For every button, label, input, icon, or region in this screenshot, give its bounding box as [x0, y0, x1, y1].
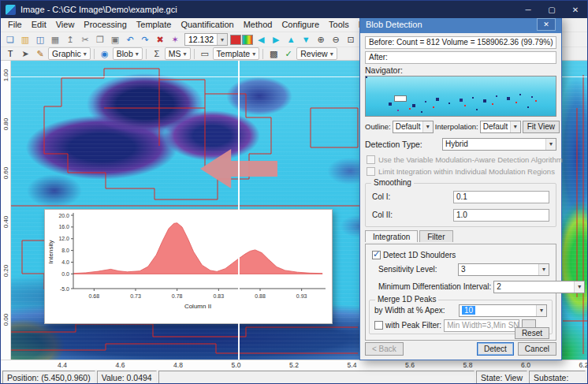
zoom-level-combo[interactable]: 12.132 ▾: [184, 33, 228, 46]
menu-view[interactable]: View: [51, 18, 80, 32]
outline-select[interactable]: Default▾: [393, 121, 434, 133]
template-tool-icon[interactable]: ▭: [198, 47, 212, 60]
navigator-cursor-box: [394, 95, 407, 102]
next-arrow-icon[interactable]: ▶: [269, 33, 283, 46]
detection-type-select[interactable]: Hybrid▾: [442, 138, 556, 151]
print-icon[interactable]: ▦: [48, 33, 62, 46]
chevron-down-icon: ▾: [84, 50, 87, 58]
back-button[interactable]: < Back: [365, 342, 404, 356]
x-axis-tick: 5.8: [460, 361, 476, 369]
x-axis-tick: 5.0: [229, 361, 244, 369]
limit-integration-label: Limit Integration within Individual Modu…: [378, 167, 555, 176]
menu-configure[interactable]: Configure: [277, 18, 324, 32]
new-icon[interactable]: ❏: [3, 33, 17, 46]
limit-integration-checkbox[interactable]: [367, 167, 375, 176]
svg-text:12.0: 12.0: [58, 236, 69, 241]
blob-tool-icon[interactable]: ◉: [98, 47, 112, 60]
graphic-dropdown[interactable]: Graphic▾: [48, 47, 91, 60]
pointer-tool-icon[interactable]: ➤: [18, 47, 32, 60]
up-arrow-icon[interactable]: ▲: [284, 33, 298, 46]
down-arrow-icon[interactable]: ▼: [299, 33, 313, 46]
cancel-button[interactable]: Cancel: [518, 342, 556, 356]
y-axis-tick: 0.40: [2, 214, 9, 231]
chevron-down-icon: ▾: [536, 305, 546, 316]
inset-1d-chromatogram-chart: -5.00.04.08.012.016.020.00.680.730.780.8…: [45, 210, 333, 323]
detect-shoulders-checkbox[interactable]: [372, 251, 381, 259]
review-dropdown[interactable]: Review▾: [296, 47, 337, 60]
fit-view-button[interactable]: Fit View: [523, 121, 560, 133]
graphic-tool-icon[interactable]: ✎: [33, 47, 47, 60]
app-icon: [6, 5, 16, 15]
col2-label: Col II:: [372, 211, 393, 219]
minimize-button[interactable]: ─: [516, 1, 540, 18]
menu-quantification[interactable]: Quantification: [176, 18, 238, 32]
zoom-in-icon[interactable]: ⊕: [314, 33, 328, 46]
close-button[interactable]: ✕: [564, 1, 587, 18]
prev-arrow-icon[interactable]: ◀: [254, 33, 268, 46]
modulation-aware-checkbox[interactable]: [367, 155, 375, 164]
detect-button[interactable]: Detect: [477, 342, 514, 356]
cut-icon[interactable]: ✂: [78, 33, 92, 46]
reset-button[interactable]: Reset: [515, 327, 549, 339]
paste-icon[interactable]: ▣: [108, 33, 122, 46]
titlebar[interactable]: Image - C:\GC Image\Demo\example.gci ─ ▢…: [1, 1, 587, 18]
wand-icon[interactable]: ✶: [168, 33, 182, 46]
navigator-blobs: [366, 76, 367, 78]
apex-width-label: by Width at % Apex:: [374, 306, 445, 315]
sensitivity-select[interactable]: 3▾: [458, 263, 549, 276]
menu-template[interactable]: Template: [132, 18, 177, 32]
tab-filter[interactable]: Filter: [419, 230, 452, 242]
svg-text:8.0: 8.0: [61, 248, 69, 253]
min-diff-select[interactable]: 2▾: [493, 281, 585, 293]
redo-icon[interactable]: ↷: [138, 33, 152, 46]
save-icon[interactable]: ◫: [33, 33, 47, 46]
col2-input[interactable]: 1.0: [453, 209, 549, 222]
svg-text:0.93: 0.93: [296, 293, 307, 299]
detect-shoulders-label: Detect 1D Shoulders: [383, 251, 456, 259]
ms-tool-icon[interactable]: Σ: [150, 47, 164, 60]
menu-file[interactable]: File: [3, 18, 27, 32]
zoom-level-value: 12.132: [188, 35, 214, 44]
undo-icon[interactable]: ↶: [123, 33, 137, 46]
status-value: Value: 0.0494: [97, 371, 157, 384]
cursor-vertical-line: [238, 61, 240, 360]
svg-text:16.0: 16.0: [58, 224, 69, 229]
menu-edit[interactable]: Edit: [27, 18, 51, 32]
min-diff-label: Minimum Differentiation Interval:: [378, 282, 491, 291]
dialog-close-button[interactable]: ✕: [537, 18, 556, 31]
dialog-titlebar[interactable]: Blob Detection ✕: [360, 16, 561, 33]
x-axis-ruler[interactable]: 4.44.64.85.05.25.45.65.86.06.2: [1, 360, 587, 370]
text-tool-icon[interactable]: T: [3, 47, 17, 60]
blob-dropdown[interactable]: Blob▾: [113, 47, 143, 60]
svg-text:20.0: 20.0: [58, 213, 69, 218]
annotate-tool-icon[interactable]: ✓: [281, 47, 296, 60]
apex-width-combo[interactable]: 10▾: [459, 304, 547, 317]
export-icon[interactable]: ↥: [63, 33, 77, 46]
menu-tools[interactable]: Tools: [324, 18, 354, 32]
toolbar-separator: [94, 49, 95, 59]
measure-tool-icon[interactable]: ▩: [266, 47, 281, 60]
zoom-out-icon[interactable]: ⊖: [329, 33, 343, 46]
template-dropdown[interactable]: Template▾: [213, 47, 260, 60]
svg-text:0.68: 0.68: [89, 293, 100, 299]
zoom-fit-icon[interactable]: ⊡: [344, 33, 358, 46]
y-axis-ruler[interactable]: 1.000.800.600.400.200.00: [1, 61, 11, 360]
menu-processing[interactable]: Processing: [79, 18, 131, 32]
navigator-preview[interactable]: [365, 76, 556, 117]
menu-method[interactable]: Method: [239, 18, 277, 32]
ms-dropdown[interactable]: MS▾: [165, 47, 191, 60]
copy-icon[interactable]: ❐: [93, 33, 107, 46]
maximize-button[interactable]: ▢: [540, 1, 564, 18]
y-axis-tick: 0.00: [2, 311, 9, 329]
interpolation-select[interactable]: Default▾: [480, 121, 521, 133]
col1-input[interactable]: 0.1: [453, 191, 549, 203]
colormap-swatch[interactable]: [242, 35, 253, 45]
color-swatch[interactable]: [230, 35, 241, 45]
svg-text:-5.0: -5.0: [60, 286, 69, 292]
before-summary: Before: Count = 812 Volume = 1589062.36 …: [365, 36, 556, 49]
delete-icon[interactable]: ✖: [153, 33, 167, 46]
open-icon[interactable]: ▥: [18, 33, 32, 46]
chevron-down-icon: ▾: [136, 50, 139, 58]
tab-integration[interactable]: Integration: [365, 230, 418, 242]
y-axis-tick: 0.60: [2, 165, 9, 182]
